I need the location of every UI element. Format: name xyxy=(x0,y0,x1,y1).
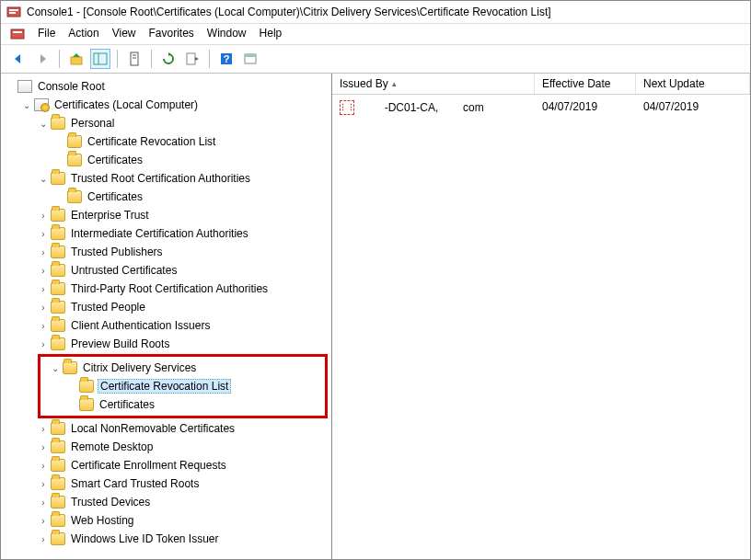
column-issued-by[interactable]: Issued By ▴ xyxy=(332,74,535,94)
column-effective-date[interactable]: Effective Date xyxy=(535,74,636,94)
cell-text: -DC01-CA, com xyxy=(360,101,484,114)
forward-button[interactable] xyxy=(32,49,52,69)
twisty-collapsed-icon[interactable]: › xyxy=(38,424,49,434)
cell-next-update: 04/07/2019 xyxy=(636,97,750,119)
tree-remote-desktop[interactable]: ›Remote Desktop xyxy=(34,438,331,456)
tree-untrusted-certs[interactable]: ›Untrusted Certificates xyxy=(34,261,331,280)
twisty-collapsed-icon[interactable]: › xyxy=(38,479,49,489)
tree-console-root[interactable]: ▹ Console Root xyxy=(1,77,331,96)
twisty-collapsed-icon[interactable]: › xyxy=(38,442,49,452)
menu-favorites[interactable]: Favorites xyxy=(149,27,194,41)
list-row[interactable]: ⋮⋮ -DC01-CA, com 04/07/2019 04/07/2019 xyxy=(332,95,750,120)
tree-third-party-root-ca[interactable]: ›Third-Party Root Certification Authorit… xyxy=(34,280,331,298)
twisty-collapsed-icon[interactable]: › xyxy=(38,284,49,294)
sort-ascending-icon: ▴ xyxy=(392,79,397,88)
tree-cert-enrollment[interactable]: ›Certificate Enrollment Requests xyxy=(34,456,331,474)
folder-icon xyxy=(63,361,77,374)
twisty-collapsed-icon[interactable]: › xyxy=(38,211,49,221)
certificate-store-icon xyxy=(34,98,49,111)
tree-label: Certificate Revocation List xyxy=(86,135,217,148)
properties-button[interactable] xyxy=(124,49,144,69)
tree-windows-live-id[interactable]: ›Windows Live ID Token Issuer xyxy=(34,530,331,548)
twisty-expanded-icon[interactable]: ⌄ xyxy=(38,119,49,129)
folder-icon xyxy=(79,398,94,411)
content-area: ▹ Console Root ⌄ Certificates (Local Com… xyxy=(1,74,750,559)
twisty-collapsed-icon[interactable]: › xyxy=(38,229,49,239)
twisty-collapsed-icon[interactable]: › xyxy=(38,266,49,276)
menu-file[interactable]: File xyxy=(38,27,55,41)
app-icon xyxy=(6,5,21,19)
tree-client-auth-issuers[interactable]: ›Client Authentication Issuers xyxy=(34,316,331,335)
folder-icon xyxy=(51,282,65,295)
twisty-expanded-icon[interactable]: ⌄ xyxy=(38,174,49,184)
twisty-collapsed-icon[interactable]: › xyxy=(38,497,49,508)
refresh-button[interactable] xyxy=(158,49,179,69)
show-hide-tree-button[interactable] xyxy=(90,49,110,69)
tree-label: Trusted Devices xyxy=(69,496,152,509)
tree-trusted-publishers[interactable]: ›Trusted Publishers xyxy=(34,243,331,261)
twisty-collapsed-icon[interactable]: › xyxy=(38,339,49,349)
tree-label: Remote Desktop xyxy=(69,440,155,453)
folder-icon xyxy=(51,337,65,350)
list-pane[interactable]: Issued By ▴ Effective Date Next Update ⋮… xyxy=(332,74,750,559)
twisty-collapsed-icon[interactable]: › xyxy=(38,516,49,526)
titlebar: Console1 - [Console Root\Certificates (L… xyxy=(1,1,750,24)
tree-enterprise-trust[interactable]: ›Enterprise Trust xyxy=(34,206,331,224)
twisty-collapsed-icon[interactable]: › xyxy=(38,461,49,471)
twisty-collapsed-icon[interactable]: › xyxy=(38,534,49,544)
column-next-update[interactable]: Next Update xyxy=(636,74,750,94)
menu-window[interactable]: Window xyxy=(207,27,247,41)
folder-icon xyxy=(67,154,82,166)
folder-icon xyxy=(51,264,65,277)
cell-effective-date: 04/07/2019 xyxy=(535,97,636,119)
tree-personal-certs[interactable]: ▹Certificates xyxy=(51,151,331,169)
tree-trusted-people[interactable]: ›Trusted People xyxy=(34,298,331,316)
tree-label: Console Root xyxy=(36,80,107,93)
svg-rect-15 xyxy=(245,54,256,57)
help-button[interactable]: ? xyxy=(216,49,237,69)
tree-citrix-certs[interactable]: ▹Certificates xyxy=(63,395,319,414)
export-button[interactable] xyxy=(182,49,202,69)
tree-label: Third-Party Root Certification Authoriti… xyxy=(69,282,270,295)
tree-label: Trusted Publishers xyxy=(69,246,165,258)
crl-item-icon: ⋮⋮ xyxy=(340,100,354,115)
twisty-expanded-icon[interactable]: ⌄ xyxy=(21,100,32,110)
tree-label: Certificate Enrollment Requests xyxy=(69,459,228,472)
twisty-collapsed-icon[interactable]: › xyxy=(38,303,49,313)
menu-action[interactable]: Action xyxy=(68,27,98,41)
folder-icon xyxy=(67,190,82,203)
tree-label: Trusted People xyxy=(69,301,147,314)
tree-local-nonremovable[interactable]: ›Local NonRemovable Certificates xyxy=(34,419,331,438)
tree-trusted-devices[interactable]: ›Trusted Devices xyxy=(34,493,331,511)
tree-label: Trusted Root Certification Authorities xyxy=(69,172,252,185)
tree-citrix-delivery-services[interactable]: ⌄ Citrix Delivery Services xyxy=(46,359,319,377)
tree-label: Certificates xyxy=(86,154,144,166)
tree-intermediate-ca[interactable]: ›Intermediate Certification Authorities xyxy=(34,224,331,243)
tree-smartcard-roots[interactable]: ›Smart Card Trusted Roots xyxy=(34,474,331,493)
tree-personal[interactable]: ⌄ Personal xyxy=(34,114,331,132)
tree-label: Citrix Delivery Services xyxy=(81,361,198,374)
tree-citrix-crl[interactable]: ▹Certificate Revocation List xyxy=(63,377,319,395)
tree-web-hosting[interactable]: ›Web Hosting xyxy=(34,511,331,530)
toolbar-separator-4 xyxy=(209,50,210,68)
new-window-button[interactable] xyxy=(240,49,260,69)
back-button[interactable] xyxy=(8,49,29,69)
tree-personal-crl[interactable]: ▹Certificate Revocation List xyxy=(51,132,331,151)
menu-help[interactable]: Help xyxy=(260,27,283,41)
toolbar-separator-3 xyxy=(151,50,152,68)
tree-label: Certificate Revocation List xyxy=(98,379,231,394)
tree-label: Local NonRemovable Certificates xyxy=(69,422,237,435)
menu-view[interactable]: View xyxy=(112,27,136,41)
window-title: Console1 - [Console Root\Certificates (L… xyxy=(27,6,551,18)
twisty-expanded-icon[interactable]: ⌄ xyxy=(50,363,61,373)
toolbar-separator-2 xyxy=(117,50,118,68)
tree-trusted-root-ca[interactable]: ⌄ Trusted Root Certification Authorities xyxy=(34,169,331,188)
tree-pane[interactable]: ▹ Console Root ⌄ Certificates (Local Com… xyxy=(1,74,332,559)
twisty-collapsed-icon[interactable]: › xyxy=(38,247,49,257)
tree-trca-certs[interactable]: ▹Certificates xyxy=(51,188,331,206)
svg-rect-11 xyxy=(187,53,195,64)
tree-preview-build-roots[interactable]: ›Preview Build Roots xyxy=(34,335,331,353)
up-button[interactable] xyxy=(66,49,87,69)
twisty-collapsed-icon[interactable]: › xyxy=(38,321,49,331)
tree-certificates-local[interactable]: ⌄ Certificates (Local Computer) xyxy=(17,96,331,114)
